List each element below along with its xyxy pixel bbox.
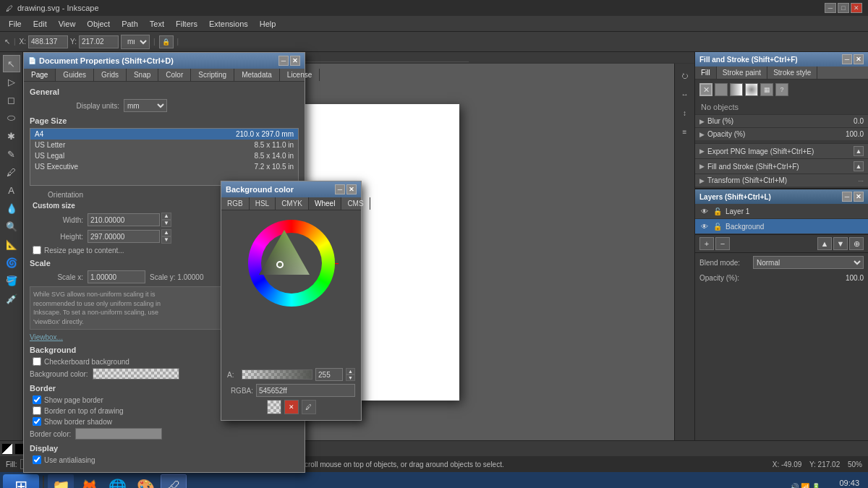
width-input[interactable]	[88, 213, 160, 226]
tab-page[interactable]: Page	[24, 69, 56, 81]
tab-snap[interactable]: Snap	[127, 69, 158, 81]
tool-text[interactable]: A	[3, 181, 20, 199]
rgba-input[interactable]	[256, 384, 355, 397]
lock-btn[interactable]: 🔒	[159, 35, 174, 48]
transparent-swatch[interactable]	[1, 443, 13, 455]
tool-star[interactable]: ✱	[3, 127, 20, 145]
page-size-a4[interactable]: A4 210.0 x 297.0 mm	[30, 129, 298, 140]
minimize-button[interactable]: ─	[825, 3, 836, 13]
fill-stroke-minimize[interactable]: ─	[842, 54, 852, 64]
tab-stroke-paint[interactable]: Stroke paint	[717, 67, 767, 79]
border-top-checkbox[interactable]	[33, 406, 41, 415]
align-icon[interactable]: ≡	[676, 123, 694, 140]
menu-help[interactable]: Help	[254, 18, 282, 30]
x-input[interactable]	[28, 35, 68, 48]
paint-radial[interactable]	[745, 83, 758, 96]
doc-props-minimize[interactable]: ─	[278, 56, 289, 66]
taskbar-browser2[interactable]: 🌐	[104, 474, 130, 488]
taskbar-app1[interactable]: 🎨	[132, 474, 158, 488]
menu-text[interactable]: Text	[144, 18, 170, 30]
tab-stroke-style[interactable]: Stroke style	[767, 67, 817, 79]
tool-ellipse[interactable]: ⬭	[3, 109, 20, 127]
tool-spray[interactable]: 💧	[3, 200, 20, 217]
color-tab-rgb[interactable]: RGB	[221, 197, 250, 210]
bg-color-picker[interactable]	[93, 368, 179, 380]
layer-bg-eye[interactable]: 👁	[699, 221, 710, 231]
checkerboard-checkbox[interactable]	[33, 357, 41, 366]
menu-view[interactable]: View	[53, 18, 82, 30]
flip-h-icon[interactable]: ↔	[676, 85, 694, 103]
tool-fill[interactable]: 🪣	[3, 272, 20, 289]
layer-1-eye[interactable]: 👁	[699, 206, 710, 216]
tool-gradient[interactable]: 🌀	[3, 254, 20, 271]
menu-path[interactable]: Path	[116, 18, 144, 30]
menu-extensions[interactable]: Extensions	[203, 18, 254, 30]
page-size-us-legal[interactable]: US Legal 8.5 x 14.0 in	[30, 150, 298, 161]
height-up[interactable]: ▲	[161, 229, 171, 236]
alpha-slider[interactable]	[242, 369, 312, 380]
layer-bg-lock[interactable]: 🔓	[712, 221, 723, 231]
layers-minimize[interactable]: ─	[842, 192, 852, 202]
snap-icon[interactable]: ⭮	[676, 67, 694, 84]
menu-filters[interactable]: Filters	[170, 18, 203, 30]
fill-stroke-close[interactable]: ✕	[854, 54, 864, 64]
scale-x-input[interactable]	[88, 270, 145, 283]
display-units-select[interactable]: mm	[124, 99, 167, 112]
blur-header[interactable]: ▶ Blur (%) 0.0	[695, 115, 868, 127]
paint-linear[interactable]	[730, 83, 743, 96]
tool-node[interactable]: ▷	[3, 73, 20, 90]
tool-pencil[interactable]: ✎	[3, 145, 20, 163]
show-border-checkbox[interactable]	[33, 395, 41, 404]
layer-item-1[interactable]: 👁 🔓 Layer 1	[695, 204, 868, 219]
color-tab-cmyk[interactable]: CMYK	[276, 197, 309, 210]
color-checker-icon[interactable]	[267, 400, 281, 414]
antialias-checkbox[interactable]	[33, 455, 41, 464]
taskbar-browser1[interactable]: 🦊	[76, 474, 102, 488]
blend-select[interactable]: Normal Multiply Screen	[753, 256, 864, 269]
color-wheel-svg[interactable]	[244, 216, 339, 310]
export-png-header[interactable]: ▶ Export PNG Image (Shift+Ctrl+E) ▲	[695, 144, 868, 158]
layer-down-btn[interactable]: ▼	[833, 237, 848, 250]
flip-v-icon[interactable]: ↕	[676, 104, 694, 121]
tab-color[interactable]: Color	[158, 69, 191, 81]
width-down[interactable]: ▼	[161, 220, 171, 227]
tool-dropper[interactable]: 💉	[3, 290, 20, 307]
tool-select[interactable]: ↖	[3, 55, 20, 72]
color-tab-wheel[interactable]: Wheel	[309, 197, 341, 210]
opacity-header[interactable]: ▶ Opacity (%) 100.0	[695, 128, 868, 140]
doc-props-close[interactable]: ✕	[290, 56, 300, 66]
bg-color-minimize[interactable]: ─	[335, 184, 345, 194]
tab-grids[interactable]: Grids	[94, 69, 127, 81]
alpha-input[interactable]	[315, 368, 343, 381]
tool-zoom[interactable]: 🔍	[3, 218, 20, 235]
paint-pattern[interactable]: ▦	[760, 83, 773, 96]
paint-unknown[interactable]: ?	[775, 83, 788, 96]
layer-remove-btn[interactable]: −	[715, 237, 730, 250]
tool-pen[interactable]: 🖊	[3, 163, 20, 181]
taskbar-files[interactable]: 📁	[48, 474, 74, 488]
tool-rect[interactable]: ◻	[3, 91, 20, 108]
tab-guides[interactable]: Guides	[56, 69, 94, 81]
paint-flat[interactable]	[715, 83, 728, 96]
fill2-expand[interactable]: ▲	[854, 161, 864, 171]
maximize-button[interactable]: □	[838, 3, 849, 13]
paint-none[interactable]: ✕	[699, 83, 712, 96]
tool-measure[interactable]: 📐	[3, 236, 20, 253]
y-input[interactable]	[79, 35, 119, 48]
close-button[interactable]: ✕	[851, 3, 862, 13]
border-color-picker[interactable]	[75, 428, 162, 440]
menu-edit[interactable]: Edit	[27, 18, 53, 30]
width-up[interactable]: ▲	[161, 213, 171, 220]
height-input[interactable]	[88, 230, 160, 243]
unit-select[interactable]: mm	[121, 35, 150, 49]
layer-item-background[interactable]: 👁 🔓 Background	[695, 219, 868, 234]
tab-scripting[interactable]: Scripting	[191, 69, 234, 81]
layers-close[interactable]: ✕	[854, 192, 864, 202]
tab-fill[interactable]: Fill	[695, 67, 717, 79]
height-down[interactable]: ▼	[161, 236, 171, 244]
taskbar-inkscape[interactable]: 🖊	[161, 474, 187, 488]
resize-checkbox[interactable]	[33, 246, 41, 254]
color-delete-icon[interactable]: ✕	[284, 400, 299, 414]
page-size-us-letter[interactable]: US Letter 8.5 x 11.0 in	[30, 140, 298, 150]
layer-add-btn[interactable]: +	[699, 237, 714, 250]
